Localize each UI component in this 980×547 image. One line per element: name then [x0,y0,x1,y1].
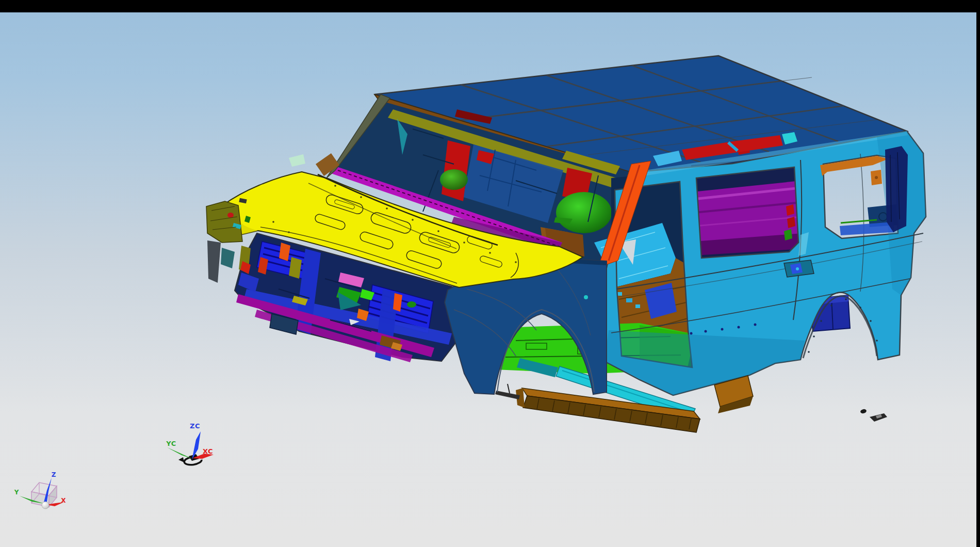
datum-origin-sphere[interactable] [42,502,49,509]
rear-glass-dark[interactable] [885,146,908,232]
left-fender-cap[interactable] [206,201,242,243]
datum-z-label: Z [52,471,56,478]
wcs-z-label: ZC [190,422,200,430]
wcs-y-label: YC [166,440,176,447]
datum-y-label: Y [14,489,19,496]
datum-x-label: X [61,497,66,504]
application-window: ZC YC XC Z Y X [0,0,980,547]
cad-scene: ZC YC XC Z Y X [0,0,980,547]
top-bar [0,0,980,12]
right-bar [976,0,980,547]
hvac-unit[interactable] [556,192,612,233]
wcs-x-label: XC [203,447,213,455]
